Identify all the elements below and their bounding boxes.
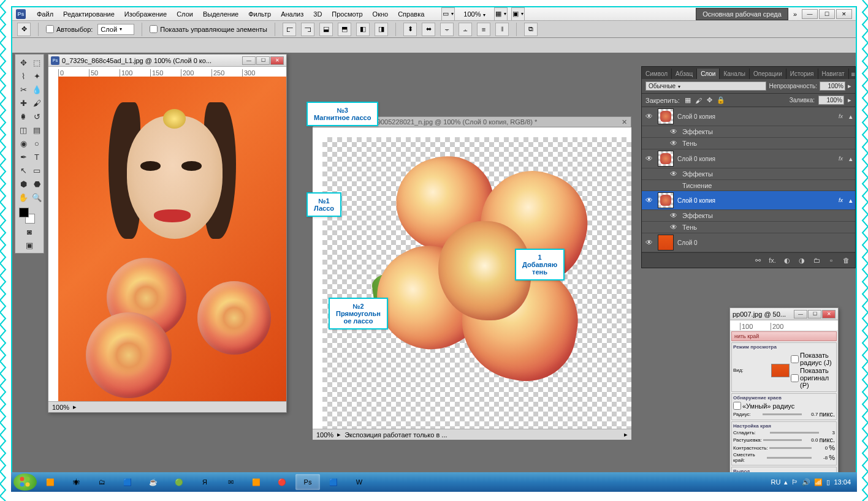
wand-tool[interactable]: ✦ [30, 69, 44, 83]
taskbar-explorer[interactable]: 🗂 [89, 474, 114, 490]
delete-layer-icon[interactable]: 🗑 [840, 255, 851, 265]
feather-value[interactable]: 0.0 [803, 437, 818, 443]
tray-volume-icon[interactable]: 🔊 [802, 478, 810, 486]
layer-effects-row[interactable]: 👁Эффекты [642, 210, 855, 222]
visibility-eye-icon[interactable]: 👁 [644, 196, 654, 205]
align-icon-5[interactable]: ◧ [356, 23, 370, 36]
pen-tool[interactable]: ✒ [17, 150, 30, 164]
layer-name[interactable]: Слой 0 [677, 239, 853, 246]
distribute-icon-1[interactable]: ⬍ [403, 23, 417, 36]
foreground-color-swatch[interactable] [19, 208, 29, 217]
smooth-slider[interactable] [770, 432, 820, 434]
blend-mode-select[interactable]: Обычные [645, 81, 766, 91]
quickmask-toggle[interactable]: ◙ [23, 225, 36, 238]
fx-expand-icon[interactable]: ▴ [849, 197, 853, 205]
layer-effect-item[interactable]: 👁Тень [642, 222, 855, 233]
layer-effect-item[interactable]: Тиснение [642, 180, 855, 191]
distribute-icon-3[interactable]: ⫟ [440, 23, 454, 36]
blur-tool[interactable]: ◉ [17, 137, 30, 150]
tab-paragraph[interactable]: Абзац [672, 69, 697, 79]
doc1-close[interactable]: ✕ [270, 56, 284, 65]
menu-3d[interactable]: 3D [308, 9, 327, 20]
doc1-canvas[interactable] [58, 77, 286, 401]
adjustment-layer-icon[interactable]: ◑ [796, 255, 807, 265]
contrast-slider[interactable] [769, 447, 812, 449]
fx-badge[interactable]: fx [839, 113, 843, 119]
close-button[interactable]: ✕ [836, 9, 852, 19]
layer-thumbnail[interactable] [658, 235, 674, 250]
menu-view[interactable]: Просмотр [327, 9, 367, 20]
tray-arrow-icon[interactable]: ▴ [784, 478, 788, 486]
align-icon-2[interactable]: ⫎ [301, 23, 314, 36]
show-transform-checkbox[interactable]: Показать управляющие элементы [150, 25, 267, 33]
taskbar-app-5[interactable]: 🟦 [321, 474, 346, 490]
layer-row[interactable]: 👁 Слой 0 копия fx▴ [642, 149, 855, 168]
show-transform-check-input[interactable] [150, 25, 158, 33]
menu-analysis[interactable]: Анализ [276, 9, 308, 20]
layer-row[interactable]: 👁 Слой 0 [642, 233, 855, 252]
visibility-eye-icon[interactable]: 👁 [644, 112, 654, 121]
taskbar-word[interactable]: W [347, 474, 371, 490]
visibility-eye-icon[interactable]: 👁 [644, 238, 654, 247]
brush-tool[interactable]: 🖌 [30, 96, 44, 110]
new-group-icon[interactable]: 🗀 [811, 255, 822, 265]
lock-pixels-icon[interactable]: 🖌 [695, 96, 703, 105]
minimize-button[interactable]: — [802, 9, 818, 19]
gradient-tool[interactable]: ▤ [30, 123, 44, 137]
distribute-icon-4[interactable]: ⫠ [459, 23, 472, 36]
fx-expand-icon[interactable]: ▴ [849, 155, 853, 163]
layer-thumbnail[interactable] [658, 151, 674, 167]
type-tool[interactable]: T [30, 150, 44, 164]
zoom-tool[interactable]: 🔍 [30, 190, 44, 204]
doc1-minimize[interactable]: — [242, 56, 256, 65]
lock-transparency-icon[interactable]: ▦ [683, 96, 692, 105]
tray-network-icon[interactable]: 📶 [814, 478, 823, 486]
zoom-level[interactable]: 100% [459, 9, 490, 19]
layer-row-selected[interactable]: 👁 Слой 0 копия fx▴ [642, 191, 855, 210]
opacity-arrow-icon[interactable]: ▸ [848, 82, 851, 90]
layer-mask-icon[interactable]: ◐ [782, 255, 793, 265]
layer-effects-row[interactable]: 👁Эффекты [642, 126, 855, 138]
feather-slider[interactable] [763, 439, 802, 441]
hand-tool[interactable]: ✋ [17, 190, 30, 204]
arrange-icon[interactable]: ▦ [494, 7, 508, 21]
smart-radius-check[interactable] [733, 402, 741, 410]
tab-character[interactable]: Символ [642, 69, 672, 79]
layer-thumbnail[interactable] [658, 108, 674, 124]
new-layer-icon[interactable]: ▫ [826, 255, 837, 265]
layer-style-icon[interactable]: fx. [767, 255, 778, 265]
radius-slider[interactable] [763, 413, 802, 415]
visibility-eye-icon[interactable]: 👁 [669, 127, 679, 136]
tab-actions[interactable]: Операции [750, 69, 786, 79]
refine-view-thumb[interactable] [771, 364, 790, 377]
doc3-close[interactable]: ✕ [822, 310, 836, 318]
show-original-check[interactable] [791, 374, 799, 382]
align-icon-3[interactable]: ⬓ [319, 23, 333, 36]
tray-battery-icon[interactable]: ▯ [826, 478, 830, 486]
doc1-status-arrow-icon[interactable]: ▸ [73, 403, 77, 411]
tab-channels[interactable]: Каналы [720, 69, 750, 79]
heal-tool[interactable]: ✚ [17, 96, 30, 110]
doc3-minimize[interactable]: — [794, 310, 807, 318]
lock-all-icon[interactable]: 🔒 [717, 96, 725, 105]
shape-tool[interactable]: ▭ [30, 164, 44, 177]
fx-badge[interactable]: fx [839, 197, 843, 203]
autoselect-target[interactable]: Слой [97, 24, 134, 35]
align-icon-1[interactable]: ⫍ [283, 23, 296, 36]
layer-effect-item[interactable]: 👁Тень [642, 138, 855, 149]
radius-value[interactable]: 0.7 [803, 412, 818, 417]
distribute-icon-2[interactable]: ⬌ [422, 23, 435, 36]
start-button[interactable] [13, 473, 37, 491]
taskbar-app-4[interactable]: 🟧 [244, 474, 268, 490]
tray-clock[interactable]: 13:04 [834, 478, 851, 486]
workspace-more-icon[interactable]: » [788, 10, 802, 18]
taskbar-chrome[interactable]: 🔴 [270, 474, 294, 490]
link-layers-icon[interactable]: ⚯ [752, 255, 763, 265]
menu-filter[interactable]: Фильтр [243, 9, 276, 20]
stamp-tool[interactable]: ⧯ [17, 110, 30, 123]
taskbar-photoshop[interactable]: Ps [295, 474, 320, 490]
layer-name[interactable]: Слой 0 копия [677, 113, 835, 120]
taskbar-yandex[interactable]: Я [192, 474, 217, 490]
autoselect-checkbox[interactable]: Автовыбор: [46, 25, 93, 33]
autoselect-check-input[interactable] [46, 25, 54, 33]
